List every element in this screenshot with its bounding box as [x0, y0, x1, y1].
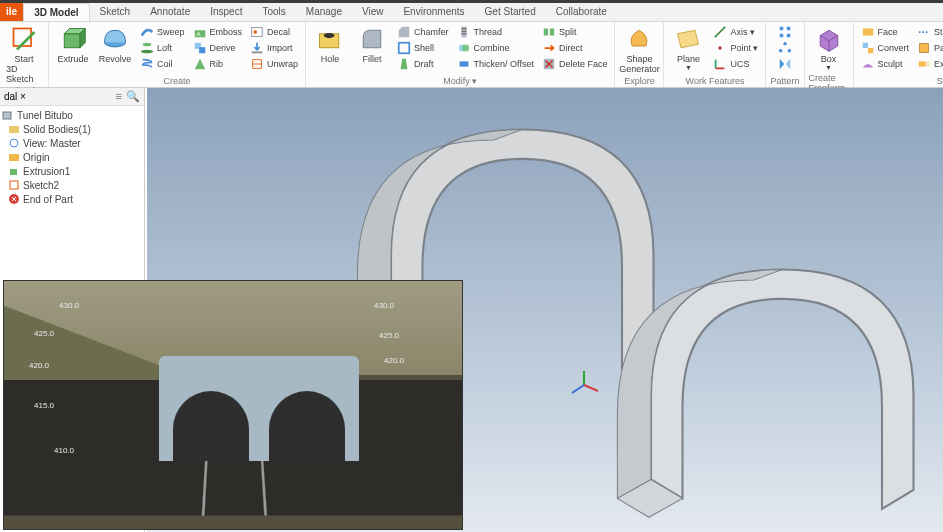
shape-sub-label: Generator [619, 64, 660, 74]
svg-rect-52 [919, 61, 926, 66]
start-sub-label: 3D Sketch [6, 64, 42, 84]
unwrap-button[interactable]: Unwrap [247, 56, 301, 71]
coil-icon [140, 57, 154, 71]
tree-solid-bodies[interactable]: Solid Bodies(1) [2, 122, 142, 136]
sketch-small-icon [8, 179, 20, 191]
thread-button[interactable]: Thread [454, 24, 537, 39]
direct-label: Direct [559, 43, 583, 53]
contour-label: 425.0 [34, 329, 54, 338]
delete-face-label: Delete Face [559, 59, 608, 69]
patch-button[interactable]: Patch [914, 40, 943, 55]
tab-sketch[interactable]: Sketch [90, 3, 141, 21]
svg-point-41 [788, 48, 792, 52]
panel-create-label: Create [164, 75, 191, 87]
tree-end-of-part[interactable]: End of Part [2, 192, 142, 206]
panel-work-label: Work Features [686, 75, 745, 87]
circ-pattern-button[interactable] [775, 40, 795, 55]
mirror-icon [778, 57, 792, 71]
tree-view[interactable]: View: Master [2, 136, 142, 150]
delete-face-button[interactable]: Delete Face [539, 56, 611, 71]
svg-rect-37 [780, 33, 784, 37]
box-dropdown: ▼ [825, 64, 832, 71]
svg-line-68 [572, 385, 584, 393]
folder-y-icon [8, 151, 20, 163]
svg-rect-36 [787, 26, 791, 30]
tab-get-started[interactable]: Get Started [475, 3, 546, 21]
extrude-button[interactable]: Extrude [53, 24, 93, 65]
svg-line-31 [715, 26, 726, 37]
delete-face-icon [542, 57, 556, 71]
coil-button[interactable]: Coil [137, 56, 188, 71]
stitch-button[interactable]: Stitch [914, 24, 943, 39]
tab-inspect[interactable]: Inspect [200, 3, 252, 21]
tree-extrusion1[interactable]: Extrusion1 [2, 164, 142, 178]
decal-button[interactable]: Decal [247, 24, 301, 39]
extrude-label: Extrude [57, 54, 88, 64]
thicken-button[interactable]: Thicken/ Offset [454, 56, 537, 71]
render-overlay: 430.0 425.0 420.0 415.0 410.0 430.0 425.… [3, 280, 463, 530]
split-button[interactable]: Split [539, 24, 611, 39]
tree-node-label: View: Master [23, 138, 81, 149]
tab-collaborate[interactable]: Collaborate [546, 3, 617, 21]
split-label: Split [559, 27, 577, 37]
point-button[interactable]: Point ▾ [710, 40, 761, 55]
sweep-button[interactable]: Sweep [137, 24, 188, 39]
tab-annotate[interactable]: Annotate [140, 3, 200, 21]
rib-icon [193, 57, 207, 71]
rect-pattern-button[interactable] [775, 24, 795, 39]
svg-rect-64 [10, 181, 18, 189]
tab-manage[interactable]: Manage [296, 3, 352, 21]
box-button[interactable]: Box ▼ [809, 24, 849, 72]
hole-icon [316, 25, 344, 53]
sculpt-button[interactable]: Sculpt [858, 56, 913, 71]
hole-button[interactable]: Hole [310, 24, 350, 65]
draft-button[interactable]: Draft [394, 56, 452, 71]
svg-rect-63 [10, 169, 17, 175]
tree-sketch2[interactable]: Sketch2 [2, 178, 142, 192]
panel-pattern: Pattern [766, 22, 804, 87]
face-button[interactable]: Face [858, 24, 913, 39]
svg-rect-38 [787, 33, 791, 37]
shape-generator-button[interactable]: Shape Generator [619, 24, 659, 75]
tab-environments[interactable]: Environments [393, 3, 474, 21]
tree-origin[interactable]: Origin [2, 150, 142, 164]
revolve-button[interactable]: Revolve [95, 24, 135, 65]
circ-pattern-icon [778, 41, 792, 55]
coil-label: Coil [157, 59, 173, 69]
derive-button[interactable]: Derive [190, 40, 246, 55]
axis-button[interactable]: Axis ▾ [710, 24, 761, 39]
extend-button[interactable]: Extend [914, 56, 943, 71]
shell-button[interactable]: Shell [394, 40, 452, 55]
view-gizmo[interactable] [567, 368, 601, 402]
import-button[interactable]: Import [247, 40, 301, 55]
thread-label: Thread [474, 27, 503, 37]
box-icon [815, 25, 843, 53]
emboss-button[interactable]: AEmboss [190, 24, 246, 39]
tree-node-label: Extrusion1 [23, 166, 70, 177]
chamfer-label: Chamfer [414, 27, 449, 37]
direct-button[interactable]: Direct [539, 40, 611, 55]
browser-search-icon[interactable]: 🔍 [126, 90, 140, 103]
tree-node-label: Solid Bodies(1) [23, 124, 91, 135]
contour-label: 430.0 [59, 301, 79, 310]
tab-tools[interactable]: Tools [252, 3, 295, 21]
tab-3d-model[interactable]: 3D Model [23, 3, 89, 21]
plane-button[interactable]: Plane ▼ [668, 24, 708, 72]
chamfer-button[interactable]: Chamfer [394, 24, 452, 39]
ucs-button[interactable]: UCS [710, 56, 761, 71]
thicken-icon [457, 57, 471, 71]
tab-view[interactable]: View [352, 3, 394, 21]
tab-file[interactable]: ile [0, 3, 23, 21]
convert-icon [861, 41, 875, 55]
combine-button[interactable]: Combine [454, 40, 537, 55]
axis-label: Axis ▾ [730, 27, 755, 37]
convert-button[interactable]: Convert [858, 40, 913, 55]
rib-button[interactable]: Rib [190, 56, 246, 71]
loft-button[interactable]: Loft [137, 40, 188, 55]
extrude-small-icon [8, 165, 20, 177]
tree-root[interactable]: Tunel Bitubo [2, 108, 142, 122]
start-2d-sketch-button[interactable]: Start 3D Sketch [4, 24, 44, 85]
browser-collapse-icon[interactable]: ≡ [116, 90, 122, 103]
fillet-button[interactable]: Fillet [352, 24, 392, 65]
mirror-button[interactable] [775, 56, 795, 71]
